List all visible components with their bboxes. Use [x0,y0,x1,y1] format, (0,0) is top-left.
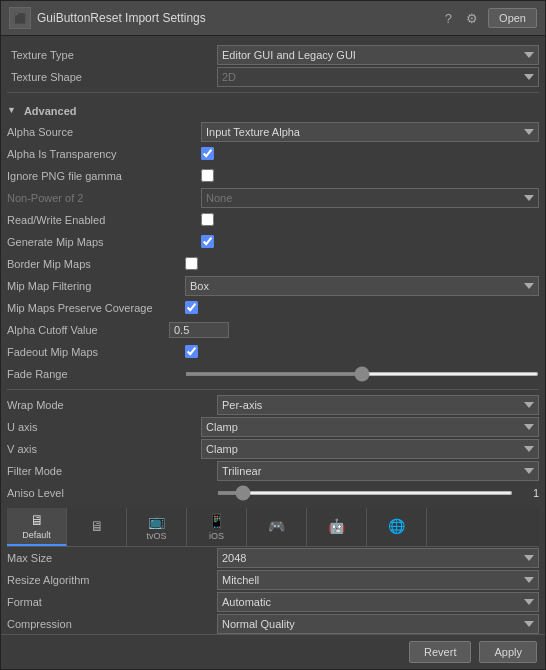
format-value-col: Automatic [217,592,539,612]
settings-icon[interactable]: ⚙ [462,9,482,28]
v-axis-select[interactable]: Clamp [201,439,539,459]
main-window: ⬛ GuiButtonReset Import Settings ? ⚙ Ope… [0,0,546,670]
app-icon: ⬛ [9,7,31,29]
fadeout-check-col [185,345,539,360]
read-write-check-col [201,213,539,228]
filter-mode-row: Filter Mode Trilinear [7,460,539,482]
generate-mip-check-col [201,235,539,250]
filter-mode-label: Filter Mode [7,465,217,477]
ios-tab-icon: 📱 [208,513,225,529]
border-mip-row: Border Mip Maps [7,253,539,275]
max-size-value-col: 2048 [217,548,539,568]
texture-type-label: Texture Type [7,49,217,61]
divider-2 [7,389,539,390]
alpha-cutoff-label: Alpha Cutoff Value [7,324,169,336]
filter-mode-value-col: Trilinear [217,461,539,481]
compression-value-col: Normal Quality [217,614,539,634]
tab-android[interactable]: 🤖 [307,508,367,546]
title-bar-left: ⬛ GuiButtonReset Import Settings [9,7,206,29]
tab-ios[interactable]: 📱 iOS [187,508,247,546]
mip-preserve-label: Mip Maps Preserve Coverage [7,302,185,314]
compression-row: Compression Normal Quality [7,613,539,634]
resize-value-col: Mitchell [217,570,539,590]
tvos-tab-icon: 📺 [148,513,165,529]
resize-select[interactable]: Mitchell [217,570,539,590]
texture-type-value-col: Editor GUI and Legacy GUI [217,45,539,65]
title-bar-right: ? ⚙ Open [441,8,537,28]
compression-select[interactable]: Normal Quality [217,614,539,634]
v-axis-label: V axis [7,443,201,455]
aniso-slider[interactable] [217,491,513,495]
tab-default[interactable]: 🖥 Default [7,508,67,546]
wrap-mode-select[interactable]: Per-axis [217,395,539,415]
ignore-png-label: Ignore PNG file gamma [7,170,201,182]
mip-filtering-select[interactable]: Box [185,276,539,296]
alpha-cutoff-value-col [169,322,539,338]
fade-range-label: Fade Range [7,368,185,380]
alpha-transparency-check-col [201,147,539,162]
alpha-cutoff-input[interactable] [169,322,229,338]
advanced-section-header: ▼ Advanced [7,97,539,121]
fadeout-checkbox[interactable] [185,345,198,358]
v-axis-value-col: Clamp [201,439,539,459]
aniso-label: Aniso Level [7,487,217,499]
help-icon[interactable]: ? [441,9,456,28]
mip-filtering-value-col: Box [185,276,539,296]
fadeout-label: Fadeout Mip Maps [7,346,185,358]
ios-tab-label: iOS [209,531,224,541]
mip-preserve-row: Mip Maps Preserve Coverage [7,297,539,319]
format-row: Format Automatic [7,591,539,613]
web-tab-icon: 🌐 [388,518,405,534]
fade-range-slider[interactable] [185,372,539,376]
texture-type-select[interactable]: Editor GUI and Legacy GUI [217,45,539,65]
revert-button[interactable]: Revert [409,641,471,663]
texture-shape-select[interactable]: 2D [217,67,539,87]
apply-button[interactable]: Apply [479,641,537,663]
alpha-cutoff-row: Alpha Cutoff Value [7,319,539,341]
alpha-transparency-checkbox[interactable] [201,147,214,160]
generate-mip-checkbox[interactable] [201,235,214,248]
wrap-mode-row: Wrap Mode Per-axis [7,394,539,416]
compression-label: Compression [7,618,217,630]
tvos-tab-label: tvOS [146,531,166,541]
alpha-source-row: Alpha Source Input Texture Alpha [7,121,539,143]
read-write-row: Read/Write Enabled [7,209,539,231]
alpha-source-label: Alpha Source [7,126,201,138]
advanced-triangle[interactable]: ▼ [7,105,16,115]
non-power-select[interactable]: None [201,188,539,208]
android-tab-icon: 🤖 [328,518,345,534]
read-write-label: Read/Write Enabled [7,214,201,226]
filter-mode-select[interactable]: Trilinear [217,461,539,481]
max-size-select[interactable]: 2048 [217,548,539,568]
ignore-png-check-col [201,169,539,184]
tab-gamepad[interactable]: 🎮 [247,508,307,546]
mip-filtering-label: Mip Map Filtering [7,280,185,292]
max-size-label: Max Size [7,552,217,564]
alpha-source-select[interactable]: Input Texture Alpha [201,122,539,142]
u-axis-label: U axis [7,421,201,433]
tab-tvos[interactable]: 📺 tvOS [127,508,187,546]
wrap-mode-label: Wrap Mode [7,399,217,411]
v-axis-row: V axis Clamp [7,438,539,460]
resize-label: Resize Algorithm [7,574,217,586]
u-axis-select[interactable]: Clamp [201,417,539,437]
mip-filtering-row: Mip Map Filtering Box [7,275,539,297]
tab-desktop[interactable]: 🖥 [67,508,127,546]
border-mip-checkbox[interactable] [185,257,198,270]
non-power-row: Non-Power of 2 None [7,187,539,209]
open-button[interactable]: Open [488,8,537,28]
alpha-source-value-col: Input Texture Alpha [201,122,539,142]
resize-row: Resize Algorithm Mitchell [7,569,539,591]
border-mip-label: Border Mip Maps [7,258,185,270]
mip-preserve-checkbox[interactable] [185,301,198,314]
format-select[interactable]: Automatic [217,592,539,612]
window-title: GuiButtonReset Import Settings [37,11,206,25]
tab-web[interactable]: 🌐 [367,508,427,546]
non-power-value-col: None [201,188,539,208]
alpha-transparency-row: Alpha Is Transparency [7,143,539,165]
read-write-checkbox[interactable] [201,213,214,226]
aniso-value: 1 [519,487,539,499]
ignore-png-checkbox[interactable] [201,169,214,182]
gamepad-tab-icon: 🎮 [268,518,285,534]
ignore-png-row: Ignore PNG file gamma [7,165,539,187]
